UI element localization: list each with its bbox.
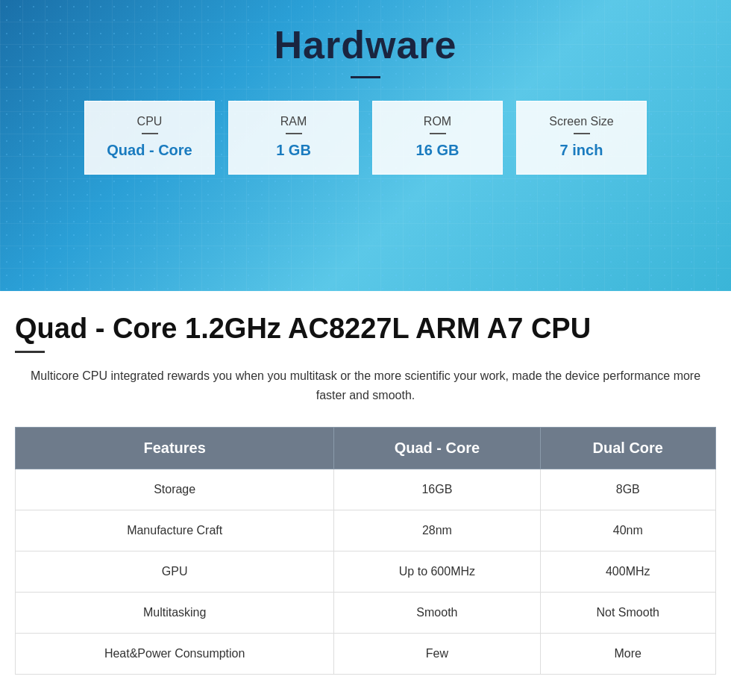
quad-cell: Few [334,633,540,674]
quad-cell: Up to 600MHz [334,551,540,592]
col-features: Features [16,427,334,469]
specs-row: CPU Quad - Core RAM 1 GB ROM 16 GB Scree… [84,101,647,175]
comparison-table: Features Quad - Core Dual Core Storage16… [15,427,716,675]
table-row: GPUUp to 600MHz400MHz [16,551,716,592]
content-section: Quad - Core 1.2GHz AC8227L ARM A7 CPU Mu… [0,291,731,690]
main-description: Multicore CPU integrated rewards you whe… [15,366,716,406]
feature-cell: Multitasking [16,592,334,633]
table-row: Storage16GB8GB [16,469,716,510]
dual-cell: More [540,633,715,674]
dual-cell: 400MHz [540,551,715,592]
screen-label: Screen Size [529,115,634,128]
col-quad: Quad - Core [334,427,540,469]
feature-cell: Manufacture Craft [16,510,334,551]
dual-cell: 8GB [540,469,715,510]
ram-label: RAM [241,115,346,128]
ram-dash [286,133,302,134]
cpu-value: Quad - Core [97,142,202,159]
hero-title: Hardware [274,22,457,67]
dual-cell: 40nm [540,510,715,551]
feature-cell: Storage [16,469,334,510]
dual-cell: Not Smooth [540,592,715,633]
rom-value: 16 GB [385,142,490,159]
hero-divider [351,76,380,78]
hero-section: Hardware CPU Quad - Core RAM 1 GB ROM 16… [0,0,731,291]
table-header-row: Features Quad - Core Dual Core [16,427,716,469]
ram-value: 1 GB [241,142,346,159]
table-row: MultitaskingSmoothNot Smooth [16,592,716,633]
spec-card-cpu: CPU Quad - Core [84,101,215,175]
quad-cell: 28nm [334,510,540,551]
spec-card-rom: ROM 16 GB [372,101,503,175]
cpu-label: CPU [97,115,202,128]
rom-label: ROM [385,115,490,128]
quad-cell: Smooth [334,592,540,633]
feature-cell: Heat&Power Consumption [16,633,334,674]
spec-card-screen: Screen Size 7 inch [516,101,647,175]
rom-dash [430,133,446,134]
main-divider [15,351,45,353]
screen-value: 7 inch [529,142,634,159]
feature-cell: GPU [16,551,334,592]
quad-cell: 16GB [334,469,540,510]
table-row: Manufacture Craft28nm40nm [16,510,716,551]
main-title: Quad - Core 1.2GHz AC8227L ARM A7 CPU [15,313,716,345]
screen-dash [574,133,590,134]
table-row: Heat&Power ConsumptionFewMore [16,633,716,674]
spec-card-ram: RAM 1 GB [228,101,359,175]
cpu-dash [142,133,158,134]
col-dual: Dual Core [540,427,715,469]
